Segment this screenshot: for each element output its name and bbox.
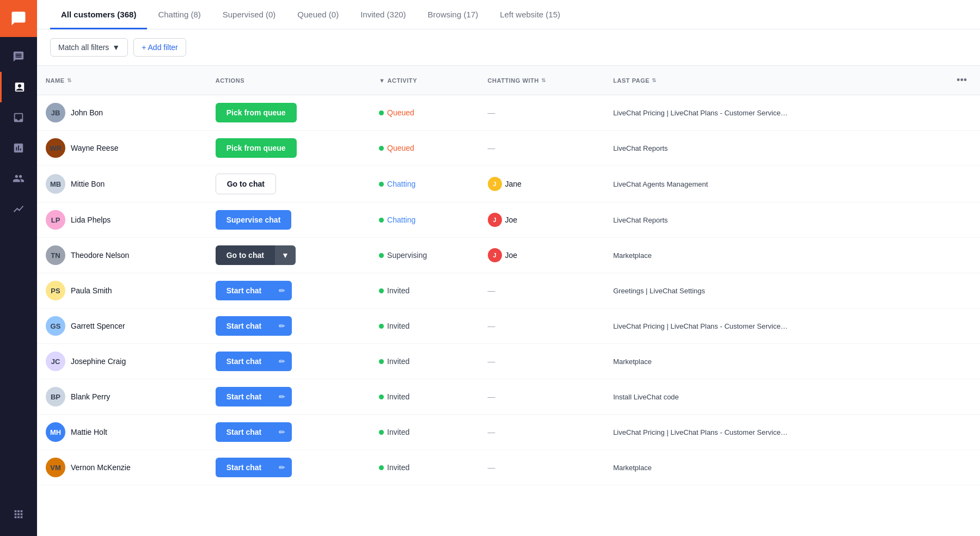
tab-supervised[interactable]: Supervised (0) [212,0,287,29]
customer-name-cell: MH Mattie Holt [37,415,207,450]
chatting-with-cell: — [479,95,605,131]
match-filter-button[interactable]: Match all filters ▼ [50,38,128,57]
start-chat-button[interactable]: Start chat [216,281,273,300]
start-chat-button[interactable]: Start chat [216,387,273,406]
last-page-cell: Marketplace [604,238,923,273]
table-row: PS Paula Smith Start chat ✏ Invited —Gre… [37,273,980,309]
edit-invite-button[interactable]: ✏ [272,387,292,406]
sidebar-item-apps[interactable] [0,499,37,529]
col-actions: ACTIONS [207,66,370,95]
last-page-cell: LiveChat Reports [604,131,923,166]
avatar: LP [46,210,65,230]
activity-cell: Invited [370,450,479,485]
row-more-cell [923,273,981,309]
add-filter-button[interactable]: + Add filter [133,38,186,57]
col-name[interactable]: NAME ⇅ [37,66,207,95]
chevron-down-icon: ▼ [112,43,120,52]
sidebar-item-reports[interactable] [0,133,37,163]
col-chatting-with[interactable]: CHATTING WITH ⇅ [479,66,605,95]
sidebar-item-inbox[interactable] [0,102,37,133]
status-label: Invited [387,357,409,366]
edit-invite-button[interactable]: ✏ [272,458,292,477]
start-chat-button[interactable]: Start chat [216,352,273,371]
customer-name-cell: JC Josephine Craig [37,344,207,379]
customer-name-cell: JB John Bon [37,95,207,131]
goto-chat-button[interactable]: Go to chat [216,245,275,265]
status-label: Invited [387,286,409,295]
main-content: All customers (368)Chatting (8)Supervise… [37,0,980,536]
row-more-cell [923,131,981,166]
activity-cell: Invited [370,379,479,415]
sort-icon-chatting: ⇅ [541,77,546,83]
status-dot [379,395,384,399]
last-page-cell: LiveChat Pricing | LiveChat Plans - Cust… [604,95,923,131]
status-label: Invited [387,428,409,436]
avatar: PS [46,281,65,300]
no-agent: — [488,144,495,152]
col-last-page[interactable]: LAST PAGE ⇅ [604,66,923,95]
goto-chat-arrow-button[interactable]: ▼ [275,245,296,265]
table-row: JB John Bon Pick from queue Queued —Live… [37,95,980,131]
sidebar-bottom [0,499,37,536]
tab-browsing[interactable]: Browsing (17) [417,0,489,29]
customers-table: NAME ⇅ ACTIONS ▼ ACTIVITY CHATTING WIT [37,66,980,485]
table-row: JC Josephine Craig Start chat ✏ Invited … [37,344,980,379]
status-dot [379,253,384,258]
sidebar-item-analytics[interactable] [0,194,37,224]
last-page-cell: Marketplace [604,450,923,485]
last-page-cell: Marketplace [604,344,923,379]
customer-name: Garrett Spencer [71,322,125,330]
agent-avatar: J [488,177,502,191]
customer-name: Josephine Craig [71,357,126,366]
action-cell: Start chat ✏ [207,379,370,415]
chatting-with-cell: — [479,415,605,450]
status-label: Invited [387,392,409,401]
sidebar-item-team[interactable] [0,163,37,194]
avatar: MB [46,174,65,194]
tab-chatting[interactable]: Chatting (8) [147,0,211,29]
edit-invite-button[interactable]: ✏ [272,316,292,336]
status-dot [379,465,384,470]
add-filter-label: + Add filter [142,43,178,52]
action-cell: Go to chat [207,166,370,202]
sidebar-item-customers[interactable] [0,72,37,102]
status-dot [379,288,384,293]
action-cell: Start chat ✏ [207,309,370,344]
customer-name: Paula Smith [71,286,112,295]
pick-queue-button[interactable]: Pick from queue [216,138,297,158]
tab-left[interactable]: Left website (15) [489,0,571,29]
status-dot [379,218,384,223]
start-chat-button[interactable]: Start chat [216,458,273,477]
tab-invited[interactable]: Invited (320) [350,0,416,29]
more-options-button[interactable]: ••• [954,72,969,88]
last-page-cell: LiveChat Pricing | LiveChat Plans - Cust… [604,309,923,344]
start-chat-button[interactable]: Start chat [216,316,273,336]
status-dot [379,430,384,435]
tab-all[interactable]: All customers (368) [50,0,147,29]
status-label: Queued [387,108,414,117]
table-row: MH Mattie Holt Start chat ✏ Invited —Liv… [37,415,980,450]
supervise-chat-button[interactable]: Supervise chat [216,210,292,230]
chatting-with-cell: J Jane [479,166,605,202]
edit-invite-button[interactable]: ✏ [272,281,292,300]
match-filter-label: Match all filters [58,43,109,52]
avatar: GS [46,316,65,336]
status-label: Queued [387,144,414,152]
agent-avatar: J [488,248,502,262]
activity-cell: Supervising [370,238,479,273]
edit-invite-button[interactable]: ✏ [272,352,292,371]
customer-name: Mattie Holt [71,428,107,436]
activity-cell: Queued [370,131,479,166]
pick-queue-button[interactable]: Pick from queue [216,103,297,122]
no-agent: — [488,463,495,472]
chatting-with-cell: — [479,131,605,166]
edit-invite-button[interactable]: ✏ [272,422,292,442]
start-chat-button[interactable]: Start chat [216,422,273,442]
col-activity[interactable]: ▼ ACTIVITY [370,66,479,95]
action-cell: Go to chat ▼ [207,238,370,273]
tab-queued[interactable]: Queued (0) [286,0,350,29]
sidebar-item-chat[interactable] [0,41,37,72]
filter-bar: Match all filters ▼ + Add filter [37,29,980,66]
goto-chat-button[interactable]: Go to chat [216,174,276,194]
last-page-cell: LiveChat Pricing | LiveChat Plans - Cust… [604,415,923,450]
